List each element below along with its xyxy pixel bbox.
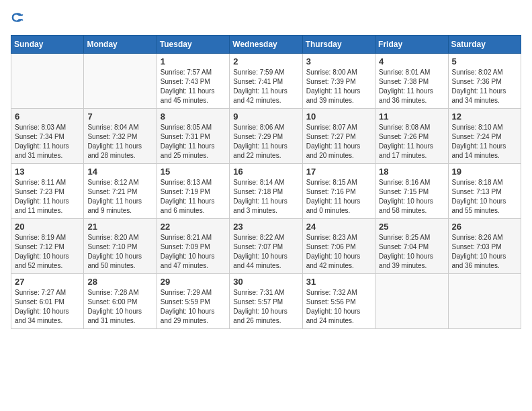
logo-icon <box>11 11 24 24</box>
day-of-week-header: Friday <box>375 36 448 54</box>
day-info: Sunrise: 7:57 AMSunset: 7:43 PMDaylight:… <box>161 68 215 104</box>
day-number: 11 <box>379 111 444 122</box>
calendar-cell <box>375 274 448 329</box>
calendar-cell: 5 Sunrise: 8:02 AMSunset: 7:36 PMDayligh… <box>448 54 521 109</box>
day-info: Sunrise: 8:13 AMSunset: 7:19 PMDaylight:… <box>161 179 215 214</box>
day-number: 27 <box>15 277 80 287</box>
day-info: Sunrise: 8:08 AMSunset: 7:26 PMDaylight:… <box>379 124 433 159</box>
day-number: 24 <box>306 222 371 232</box>
day-number: 30 <box>233 277 298 287</box>
calendar-cell <box>84 54 157 109</box>
day-number: 10 <box>306 111 371 122</box>
calendar-cell: 3 Sunrise: 8:00 AMSunset: 7:39 PMDayligh… <box>302 54 375 109</box>
day-info: Sunrise: 8:20 AMSunset: 7:10 PMDaylight:… <box>87 234 142 269</box>
day-number: 25 <box>379 222 444 232</box>
day-info: Sunrise: 8:23 AMSunset: 7:06 PMDaylight:… <box>306 234 361 269</box>
calendar-cell: 8 Sunrise: 8:05 AMSunset: 7:31 PMDayligh… <box>157 109 229 164</box>
day-info: Sunrise: 8:07 AMSunset: 7:27 PMDaylight:… <box>306 124 361 159</box>
header <box>11 11 521 27</box>
day-of-week-header: Wednesday <box>230 36 302 54</box>
day-number: 26 <box>452 222 517 232</box>
day-number: 23 <box>233 222 298 232</box>
day-number: 8 <box>161 111 226 122</box>
calendar-table: SundayMondayTuesdayWednesdayThursdayFrid… <box>11 35 521 329</box>
calendar-cell: 1 Sunrise: 7:57 AMSunset: 7:43 PMDayligh… <box>157 54 229 109</box>
day-info: Sunrise: 8:11 AMSunset: 7:23 PMDaylight:… <box>15 179 69 214</box>
day-number: 20 <box>15 222 80 232</box>
day-info: Sunrise: 7:29 AMSunset: 5:59 PMDaylight:… <box>161 289 215 324</box>
day-info: Sunrise: 8:10 AMSunset: 7:24 PMDaylight:… <box>452 124 506 159</box>
calendar-cell: 9 Sunrise: 8:06 AMSunset: 7:29 PMDayligh… <box>230 109 302 164</box>
day-info: Sunrise: 7:28 AMSunset: 6:00 PMDaylight:… <box>87 289 142 324</box>
day-info: Sunrise: 8:14 AMSunset: 7:18 PMDaylight:… <box>233 179 287 214</box>
day-of-week-header: Saturday <box>448 36 521 54</box>
day-number: 16 <box>233 167 298 177</box>
calendar-cell: 30 Sunrise: 7:31 AMSunset: 5:57 PMDaylig… <box>230 274 302 329</box>
day-number: 17 <box>306 167 371 177</box>
calendar-cell: 6 Sunrise: 8:03 AMSunset: 7:34 PMDayligh… <box>11 109 84 164</box>
calendar-cell: 14 Sunrise: 8:12 AMSunset: 7:21 PMDaylig… <box>84 164 157 219</box>
day-number: 9 <box>233 111 298 122</box>
calendar-cell <box>448 274 521 329</box>
calendar-cell: 15 Sunrise: 8:13 AMSunset: 7:19 PMDaylig… <box>157 164 229 219</box>
day-info: Sunrise: 8:15 AMSunset: 7:16 PMDaylight:… <box>306 179 361 214</box>
calendar-cell: 16 Sunrise: 8:14 AMSunset: 7:18 PMDaylig… <box>230 164 302 219</box>
calendar-cell: 18 Sunrise: 8:16 AMSunset: 7:15 PMDaylig… <box>375 164 448 219</box>
day-info: Sunrise: 8:21 AMSunset: 7:09 PMDaylight:… <box>161 234 215 269</box>
day-of-week-header: Monday <box>84 36 157 54</box>
day-info: Sunrise: 7:59 AMSunset: 7:41 PMDaylight:… <box>233 68 287 104</box>
day-number: 1 <box>161 56 226 66</box>
calendar-cell: 17 Sunrise: 8:15 AMSunset: 7:16 PMDaylig… <box>302 164 375 219</box>
day-number: 6 <box>15 111 80 122</box>
calendar-cell: 12 Sunrise: 8:10 AMSunset: 7:24 PMDaylig… <box>448 109 521 164</box>
day-of-week-header: Thursday <box>302 36 375 54</box>
day-info: Sunrise: 8:22 AMSunset: 7:07 PMDaylight:… <box>233 234 287 269</box>
day-info: Sunrise: 8:04 AMSunset: 7:32 PMDaylight:… <box>87 124 142 159</box>
day-number: 12 <box>452 111 517 122</box>
day-info: Sunrise: 8:00 AMSunset: 7:39 PMDaylight:… <box>306 68 361 104</box>
calendar-cell: 25 Sunrise: 8:25 AMSunset: 7:04 PMDaylig… <box>375 219 448 274</box>
calendar-cell: 21 Sunrise: 8:20 AMSunset: 7:10 PMDaylig… <box>84 219 157 274</box>
calendar-cell: 2 Sunrise: 7:59 AMSunset: 7:41 PMDayligh… <box>230 54 302 109</box>
day-info: Sunrise: 7:32 AMSunset: 5:56 PMDaylight:… <box>306 289 361 324</box>
calendar-cell: 7 Sunrise: 8:04 AMSunset: 7:32 PMDayligh… <box>84 109 157 164</box>
calendar-cell: 23 Sunrise: 8:22 AMSunset: 7:07 PMDaylig… <box>230 219 302 274</box>
day-number: 7 <box>87 111 152 122</box>
day-info: Sunrise: 8:16 AMSunset: 7:15 PMDaylight:… <box>379 179 433 214</box>
calendar-cell: 10 Sunrise: 8:07 AMSunset: 7:27 PMDaylig… <box>302 109 375 164</box>
calendar-cell: 13 Sunrise: 8:11 AMSunset: 7:23 PMDaylig… <box>11 164 84 219</box>
day-number: 2 <box>233 56 298 66</box>
day-info: Sunrise: 8:01 AMSunset: 7:38 PMDaylight:… <box>379 68 433 104</box>
calendar-cell: 19 Sunrise: 8:18 AMSunset: 7:13 PMDaylig… <box>448 164 521 219</box>
day-info: Sunrise: 8:03 AMSunset: 7:34 PMDaylight:… <box>15 124 69 159</box>
day-info: Sunrise: 8:06 AMSunset: 7:29 PMDaylight:… <box>233 124 287 159</box>
day-info: Sunrise: 7:31 AMSunset: 5:57 PMDaylight:… <box>233 289 287 324</box>
calendar-cell: 26 Sunrise: 8:26 AMSunset: 7:03 PMDaylig… <box>448 219 521 274</box>
calendar-cell: 27 Sunrise: 7:27 AMSunset: 6:01 PMDaylig… <box>11 274 84 329</box>
calendar-cell: 11 Sunrise: 8:08 AMSunset: 7:26 PMDaylig… <box>375 109 448 164</box>
day-number: 4 <box>379 56 444 66</box>
calendar-cell: 29 Sunrise: 7:29 AMSunset: 5:59 PMDaylig… <box>157 274 229 329</box>
calendar-cell: 4 Sunrise: 8:01 AMSunset: 7:38 PMDayligh… <box>375 54 448 109</box>
calendar-cell: 24 Sunrise: 8:23 AMSunset: 7:06 PMDaylig… <box>302 219 375 274</box>
day-number: 22 <box>161 222 226 232</box>
day-number: 5 <box>452 56 517 66</box>
day-number: 15 <box>161 167 226 177</box>
day-number: 14 <box>87 167 152 177</box>
calendar-cell: 20 Sunrise: 8:19 AMSunset: 7:12 PMDaylig… <box>11 219 84 274</box>
day-of-week-header: Sunday <box>11 36 84 54</box>
day-number: 29 <box>161 277 226 287</box>
day-info: Sunrise: 8:25 AMSunset: 7:04 PMDaylight:… <box>379 234 433 269</box>
day-info: Sunrise: 7:27 AMSunset: 6:01 PMDaylight:… <box>15 289 69 324</box>
day-info: Sunrise: 8:18 AMSunset: 7:13 PMDaylight:… <box>452 179 506 214</box>
day-number: 18 <box>379 167 444 177</box>
day-info: Sunrise: 8:02 AMSunset: 7:36 PMDaylight:… <box>452 68 506 104</box>
day-info: Sunrise: 8:12 AMSunset: 7:21 PMDaylight:… <box>87 179 142 214</box>
day-info: Sunrise: 8:26 AMSunset: 7:03 PMDaylight:… <box>452 234 506 269</box>
day-info: Sunrise: 8:19 AMSunset: 7:12 PMDaylight:… <box>15 234 69 269</box>
day-number: 28 <box>87 277 152 287</box>
day-of-week-header: Tuesday <box>157 36 229 54</box>
day-number: 31 <box>306 277 371 287</box>
day-number: 21 <box>87 222 152 232</box>
calendar-cell <box>11 54 84 109</box>
